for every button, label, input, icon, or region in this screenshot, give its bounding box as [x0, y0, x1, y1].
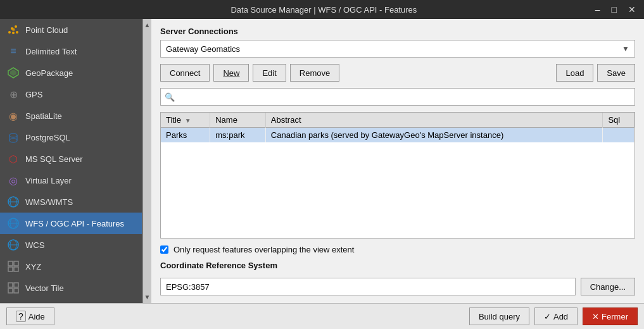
sidebar-item-geopackage[interactable]: GeoPackage	[0, 62, 142, 84]
crs-value: EPSG:3857	[160, 278, 576, 295]
sidebar-item-spatialite[interactable]: ◉SpatiaLite	[0, 105, 142, 127]
cell-title: Parks	[161, 128, 210, 143]
buttons-row: Connect New Edit Remove Load Save	[160, 64, 635, 82]
title-bar: Data Source Manager | WFS / OGC API - Fe…	[0, 0, 644, 19]
postgresql-label: PostgreSQL	[25, 133, 70, 142]
svg-marker-7	[10, 70, 16, 76]
wfs-icon	[6, 216, 20, 230]
sidebar-item-wcs[interactable]: WCS	[0, 234, 142, 256]
server-dropdown-row: Gateway Geomatics ▼	[160, 40, 635, 58]
mssql-label: MS SQL Server	[25, 154, 83, 164]
cell-abstract: Canadian parks (served by GatewayGeo's M…	[265, 128, 603, 143]
svg-rect-25	[8, 283, 13, 287]
virtual-layer-label: Virtual Layer	[25, 176, 72, 185]
load-button[interactable]: Load	[556, 64, 593, 82]
search-input[interactable]	[177, 92, 631, 102]
wms-wmts-icon	[6, 195, 20, 209]
sort-arrow-title: ▼	[185, 117, 191, 124]
close-x-icon: ✕	[592, 312, 599, 321]
sidebar-item-xyz[interactable]: XYZ	[0, 256, 142, 277]
view-extent-label[interactable]: Only request features overlapping the vi…	[174, 245, 354, 254]
dropdown-arrow-icon: ▼	[622, 44, 629, 53]
sidebar-item-postgresql[interactable]: PostgreSQL	[0, 127, 142, 148]
sidebar-item-wfs[interactable]: WFS / OGC API - Features	[0, 213, 142, 234]
svg-point-3	[16, 31, 18, 34]
sidebar: ⊕Point Cloud≡Delimited TextGeoPackage⊕GP…	[0, 19, 142, 303]
wms-wmts-label: WMS/WMTS	[25, 197, 73, 207]
sidebar-item-wms-wmts[interactable]: WMS/WMTS	[0, 191, 142, 213]
scroll-up-arrow[interactable]: ▲	[143, 20, 152, 30]
sidebar-item-point-cloud[interactable]: ⊕Point Cloud	[0, 19, 142, 40]
gps-label: GPS	[25, 90, 42, 99]
sidebar-item-delimited-text[interactable]: ≡Delimited Text	[0, 40, 142, 62]
sidebar-item-virtual-layer[interactable]: ◎Virtual Layer	[0, 170, 142, 191]
view-extent-checkbox[interactable]	[160, 245, 168, 254]
table-row[interactable]: Parksms:parkCanadian parks (served by Ga…	[161, 128, 635, 143]
crs-row: EPSG:3857 Change...	[160, 278, 635, 295]
add-checkmark-icon: ✓	[544, 312, 551, 321]
scroll-indicator: ▲ ▼	[142, 19, 151, 303]
server-dropdown[interactable]: Gateway Geomatics ▼	[160, 40, 635, 58]
col-title[interactable]: Title ▼	[161, 113, 210, 128]
geopackage-icon	[6, 66, 20, 80]
col-name[interactable]: Name	[210, 113, 266, 128]
table-body: Parksms:parkCanadian parks (served by Ga…	[161, 128, 635, 143]
gps-icon: ⊕	[6, 87, 20, 101]
server-dropdown-value: Gateway Geomatics	[166, 44, 622, 54]
postgresql-icon	[6, 130, 20, 144]
features-table: Title ▼ Name Abstract Sql Parksms:parkCa…	[161, 113, 635, 142]
sidebar-item-gps[interactable]: ⊕GPS	[0, 84, 142, 105]
edit-button[interactable]: Edit	[253, 64, 286, 82]
add-button[interactable]: ✓ Add	[534, 307, 578, 325]
point-cloud-icon: ⊕	[6, 23, 20, 37]
col-sql[interactable]: Sql	[603, 113, 635, 128]
content-scroll-area: ▲ ▼ Server Connections Gateway Geomatics…	[142, 19, 644, 303]
close-button[interactable]: ✕ Fermer	[583, 307, 638, 325]
connect-button[interactable]: Connect	[160, 64, 210, 82]
point-cloud-label: Point Cloud	[25, 25, 68, 35]
delimited-text-icon: ≡	[6, 44, 20, 58]
xyz-icon	[6, 259, 20, 273]
close-label: Fermer	[602, 312, 628, 321]
change-crs-button[interactable]: Change...	[581, 278, 635, 295]
new-button[interactable]: New	[213, 64, 249, 82]
table-container: Title ▼ Name Abstract Sql Parksms:parkCa…	[160, 112, 635, 239]
window-controls: – □ ✕	[592, 3, 639, 16]
maximize-button[interactable]: □	[609, 3, 620, 16]
xyz-label: XYZ	[25, 262, 41, 271]
geopackage-label: GeoPackage	[25, 68, 73, 78]
svg-rect-22	[14, 261, 18, 266]
virtual-layer-icon: ◎	[6, 173, 20, 187]
scroll-down-arrow[interactable]: ▼	[143, 292, 152, 302]
main-layout: ⊕Point Cloud≡Delimited TextGeoPackage⊕GP…	[0, 19, 644, 303]
aide-icon: ?	[16, 311, 26, 322]
crs-section-title: Coordinate Reference System	[160, 261, 635, 270]
mssql-icon: ⬡	[6, 152, 20, 166]
aide-label: Aide	[28, 312, 45, 321]
svg-rect-21	[8, 261, 13, 266]
aide-button[interactable]: ? Aide	[6, 307, 54, 325]
wcs-label: WCS	[25, 240, 44, 250]
remove-button[interactable]: Remove	[290, 64, 339, 82]
build-query-button[interactable]: Build query	[469, 307, 529, 325]
save-button[interactable]: Save	[597, 64, 635, 82]
checkbox-row: Only request features overlapping the vi…	[160, 245, 635, 254]
search-box: 🔍	[160, 88, 635, 106]
svg-rect-26	[14, 283, 18, 287]
sidebar-item-vector-tile[interactable]: Vector Tile	[0, 277, 142, 299]
delimited-text-label: Delimited Text	[25, 47, 77, 56]
close-window-button[interactable]: ✕	[625, 3, 639, 16]
server-connections-section: Server Connections Gateway Geomatics ▼	[160, 27, 635, 58]
sidebar-item-mssql[interactable]: ⬡MS SQL Server	[0, 148, 142, 170]
vector-tile-icon	[6, 281, 20, 295]
svg-text:⊕: ⊕	[11, 27, 16, 32]
col-abstract[interactable]: Abstract	[265, 113, 603, 128]
svg-point-11	[9, 139, 17, 142]
server-connections-title: Server Connections	[160, 27, 635, 36]
add-label: Add	[553, 312, 568, 321]
table-header: Title ▼ Name Abstract Sql	[161, 113, 635, 128]
cell-sql	[603, 128, 635, 143]
vector-tile-label: Vector Tile	[25, 283, 64, 293]
minimize-button[interactable]: –	[592, 3, 603, 16]
panel: Server Connections Gateway Geomatics ▼ C…	[151, 19, 644, 303]
